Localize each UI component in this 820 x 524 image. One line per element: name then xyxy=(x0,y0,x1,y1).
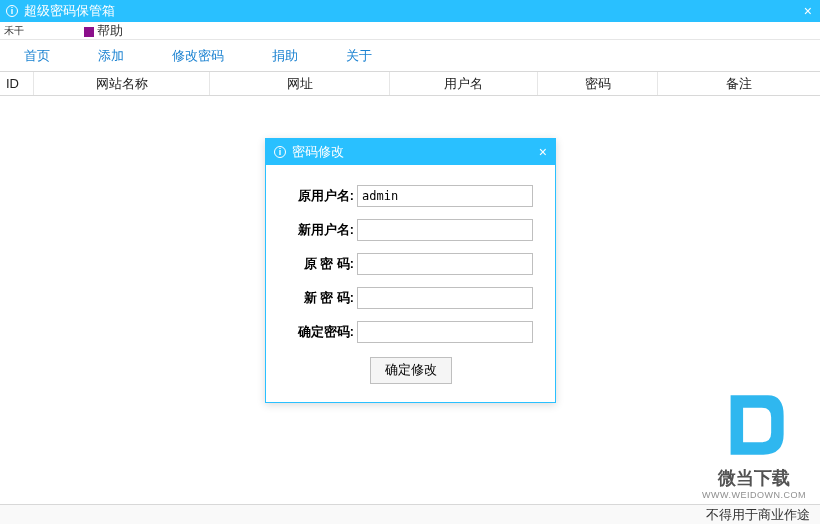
dialog-title: 密码修改 xyxy=(292,143,344,161)
dialog-close-icon[interactable]: × xyxy=(539,144,547,160)
menu-about[interactable]: 关于 xyxy=(346,47,372,65)
column-url: 网址 xyxy=(210,72,390,95)
toolbar-strip: 禾干 帮助 xyxy=(0,22,820,40)
input-new-username[interactable] xyxy=(357,219,533,241)
column-note: 备注 xyxy=(658,72,820,95)
info-icon: i xyxy=(274,146,286,158)
status-bar: 不得用于商业作途 xyxy=(0,504,820,524)
window-title-bar: i 超级密码保管箱 × xyxy=(0,0,820,22)
label-old-username: 原用户名: xyxy=(288,188,354,205)
submit-button[interactable]: 确定修改 xyxy=(370,357,452,384)
toolbar-item-1: 禾干 xyxy=(4,24,24,38)
input-new-password[interactable] xyxy=(357,287,533,309)
menu-home[interactable]: 首页 xyxy=(24,47,50,65)
window-title: 超级密码保管箱 xyxy=(24,2,115,20)
menu-change-password[interactable]: 修改密码 xyxy=(172,47,224,65)
status-text: 不得用于商业作途 xyxy=(706,506,810,524)
table-header: ID 网站名称 网址 用户名 密码 备注 xyxy=(0,72,820,96)
column-password: 密码 xyxy=(538,72,658,95)
menu-donate[interactable]: 捐助 xyxy=(272,47,298,65)
column-site-name: 网站名称 xyxy=(34,72,210,95)
info-icon: i xyxy=(6,5,18,17)
input-confirm-password[interactable] xyxy=(357,321,533,343)
dialog-title-bar: i 密码修改 × xyxy=(266,139,555,165)
column-username: 用户名 xyxy=(390,72,538,95)
label-old-password: 原 密 码: xyxy=(288,256,354,273)
input-old-password[interactable] xyxy=(357,253,533,275)
toolbar-item-2: 帮助 xyxy=(84,22,123,40)
menu-add[interactable]: 添加 xyxy=(98,47,124,65)
column-id: ID xyxy=(0,72,34,95)
dialog-body: 原用户名: 新用户名: 原 密 码: 新 密 码: 确定密码: 确定修改 xyxy=(266,165,555,402)
label-confirm-password: 确定密码: xyxy=(288,324,354,341)
menu-bar: 首页 添加 修改密码 捐助 关于 xyxy=(0,40,820,72)
change-password-dialog: i 密码修改 × 原用户名: 新用户名: 原 密 码: 新 密 码: 确定密码:… xyxy=(265,138,556,403)
label-new-password: 新 密 码: xyxy=(288,290,354,307)
label-new-username: 新用户名: xyxy=(288,222,354,239)
input-old-username[interactable] xyxy=(357,185,533,207)
window-close-icon[interactable]: × xyxy=(802,3,814,19)
